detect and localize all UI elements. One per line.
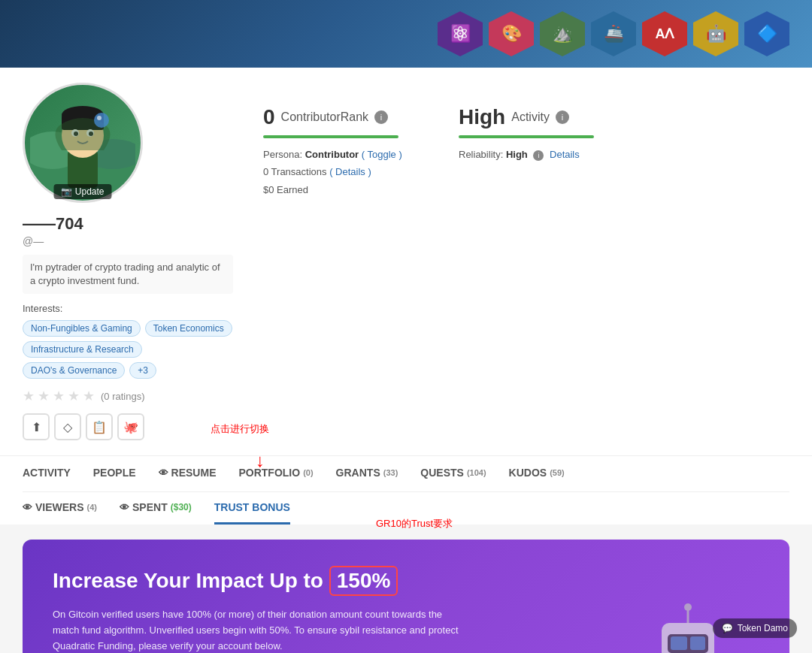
earned-line: $0 Earned: [263, 181, 414, 198]
badge-3[interactable]: ⛰️: [540, 11, 585, 56]
tab-portfolio-label: PORTFOLIO: [238, 467, 300, 479]
tab-annotation-arrow: ↓: [256, 450, 265, 471]
trust-banner-title: Increase Your Impact Up to 150%: [53, 566, 547, 596]
badge-1[interactable]: ⚛️: [438, 11, 483, 56]
interest-tag-dao[interactable]: DAO's & Governance: [23, 362, 125, 379]
tab-grants-label: GRANTS: [336, 467, 380, 479]
tab-grants-badge: (33): [383, 468, 398, 477]
badge-6[interactable]: 🤖: [693, 11, 738, 56]
star-4: ★: [68, 388, 80, 404]
header-badge-row: ⚛️ 🎨 ⛰️ 🚢 Aᐱ 🤖 🔷: [438, 11, 789, 56]
star-3: ★: [53, 388, 65, 404]
avatar-container: 📷 Update: [23, 83, 143, 203]
badge-7[interactable]: 🔷: [744, 11, 789, 56]
interest-tag-te[interactable]: Token Economics: [145, 320, 232, 337]
username: ——704: [23, 214, 233, 234]
interest-tags: Non-Fungibles & Gaming Token Economics I…: [23, 320, 233, 379]
tab-activity-label: ACTIVITY: [23, 467, 71, 479]
banner-wrapper: GR10的Trust要求 ↘ Increase Your Impact Up t…: [0, 540, 812, 653]
reliability-value: High: [506, 149, 528, 160]
trust-title-pre: Increase Your Impact Up to: [53, 569, 329, 592]
tab-quests-badge: (104): [467, 468, 486, 477]
tab-quests-label: QUESTS: [420, 467, 464, 479]
watermark: 💬 Token Damo: [713, 618, 797, 638]
reliability-details-link[interactable]: Details: [550, 149, 580, 160]
social-icon-github[interactable]: 🐙: [117, 413, 144, 440]
svg-rect-17: [690, 636, 705, 650]
svg-point-12: [97, 116, 102, 120]
tabs-row-1: ACTIVITY PEOPLE 👁 RESUME PORTFOLIO (0) G…: [23, 456, 789, 492]
transactions-count: 0 Transactions: [263, 166, 327, 177]
tab-kudos-badge: (59): [550, 468, 565, 477]
tab-resume-label: RESUME: [171, 467, 217, 479]
tab-kudos[interactable]: KUDOS (59): [509, 456, 565, 491]
tab-trust-bonus-label: TRUST BONUS: [214, 501, 290, 513]
banner-annotation: GR10的Trust要求: [376, 517, 453, 531]
tab-kudos-label: KUDOS: [509, 467, 547, 479]
tab-portfolio-badge: (0): [303, 468, 313, 477]
reliability-info-icon[interactable]: i: [533, 150, 544, 161]
trust-title-highlight: 150%: [329, 566, 398, 596]
spent-eye-icon: 👁: [120, 502, 129, 513]
contributor-rank-details: Persona: Contributor ( Toggle ) 0 Transa…: [263, 146, 414, 198]
activity-bar: [459, 135, 594, 138]
persona-toggle[interactable]: ( Toggle ): [362, 149, 402, 160]
star-2: ★: [38, 388, 50, 404]
activity-info-icon[interactable]: i: [556, 110, 569, 124]
resume-eye-icon: 👁: [159, 467, 168, 479]
viewers-eye-icon: 👁: [23, 502, 32, 513]
badge-5[interactable]: Aᐱ: [642, 11, 687, 56]
social-icon-eth[interactable]: ⬆: [23, 413, 50, 440]
tab-spent-label: SPENT: [132, 501, 168, 513]
persona-line: Persona: Contributor ( Toggle ): [263, 146, 414, 163]
avatar-update-button[interactable]: 📷 Update: [53, 184, 111, 199]
social-icons-row: ⬆ ◇ 📋 🐙: [23, 413, 233, 440]
svg-point-19: [684, 603, 692, 611]
tab-spent[interactable]: 👁 SPENT ($30): [120, 492, 192, 525]
trust-content: Increase Your Impact Up to 150% On Gitco…: [53, 566, 547, 653]
profile-right: 0 ContributorRank i Persona: Contributor…: [263, 83, 789, 440]
star-5: ★: [83, 388, 95, 404]
user-bio: I'm pytrader of crypto trading and analy…: [23, 255, 233, 294]
social-icon-gitcoin[interactable]: ◇: [54, 413, 81, 440]
activity-details: Reliability: High i Details: [459, 146, 609, 163]
contributor-rank-label: ContributorRank: [281, 110, 369, 124]
contributor-rank-info-icon[interactable]: i: [374, 110, 388, 124]
svg-rect-16: [671, 636, 687, 650]
tab-spent-badge: ($30): [171, 502, 192, 512]
trust-banner-body: On Gitcoin verified users have 100% (or …: [53, 607, 466, 653]
svg-point-11: [94, 113, 109, 128]
interest-tag-ir[interactable]: Infrastructure & Research: [23, 341, 142, 358]
tab-portfolio[interactable]: PORTFOLIO (0): [238, 456, 313, 491]
trust-banner: Increase Your Impact Up to 150% On Gitco…: [23, 540, 789, 653]
star-1: ★: [23, 388, 35, 404]
ratings-text: (0 ratings): [101, 391, 145, 402]
transactions-details-link[interactable]: ( Details ): [329, 166, 371, 177]
badge-2[interactable]: 🎨: [489, 11, 534, 56]
badge-4[interactable]: 🚢: [591, 11, 636, 56]
tab-viewers[interactable]: 👁 VIEWERS (4): [23, 492, 97, 525]
interest-tag-nfg[interactable]: Non-Fungibles & Gaming: [23, 320, 141, 337]
ratings-row: ★ ★ ★ ★ ★ (0 ratings): [23, 388, 233, 404]
interest-tag-plus[interactable]: +3: [129, 362, 156, 379]
tab-activity[interactable]: ACTIVITY: [23, 456, 71, 491]
user-handle: @—: [23, 235, 233, 247]
social-icon-clipboard[interactable]: 📋: [86, 413, 113, 440]
tabs-section: 点击进行切换 ↓ ACTIVITY PEOPLE 👁 RESUME PORTFO…: [0, 455, 812, 525]
tab-people-label: PEOPLE: [93, 467, 136, 479]
tab-resume[interactable]: 👁 RESUME: [159, 456, 217, 491]
header: ⚛️ 🎨 ⛰️ 🚢 Aᐱ 🤖 🔷: [0, 0, 812, 68]
interests-label: Interests:: [23, 303, 233, 314]
tab-annotation: 点击进行切换: [211, 422, 269, 436]
activity-label: Activity: [511, 110, 550, 124]
avatar-svg: [30, 86, 135, 199]
activity-block: High Activity i Reliability: High i Deta…: [459, 105, 609, 440]
tab-trust-bonus[interactable]: TRUST BONUS: [214, 492, 290, 525]
watermark-icon: 💬: [722, 623, 733, 633]
activity-title: High Activity i: [459, 105, 609, 129]
tab-people[interactable]: PEOPLE: [93, 456, 136, 491]
tab-quests[interactable]: QUESTS (104): [420, 456, 486, 491]
contributor-rank-number: 0: [263, 105, 275, 129]
reliability-label: Reliability:: [459, 149, 503, 160]
tab-grants[interactable]: GRANTS (33): [336, 456, 398, 491]
